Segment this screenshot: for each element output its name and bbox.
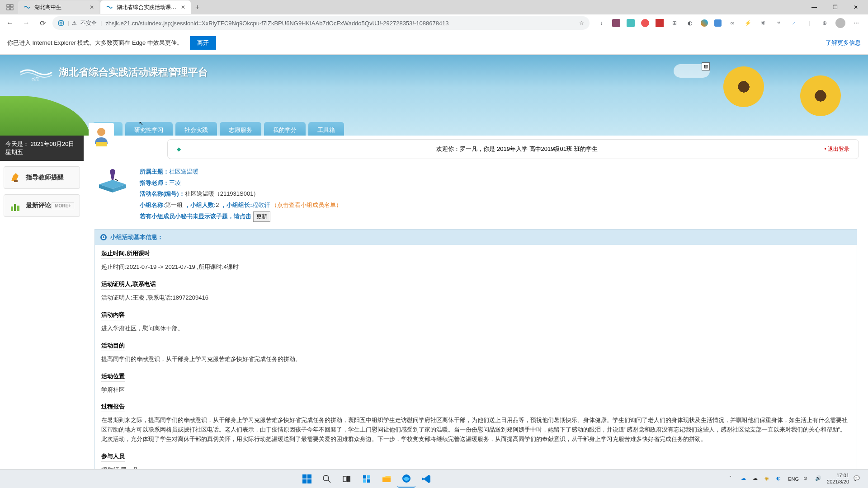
- svg-text:e21: e21: [32, 76, 39, 81]
- leader-name[interactable]: 程敬轩: [252, 202, 270, 208]
- purpose-value: 提高同学们的奉献意识，从干部身上学习克服苦难多快好省完成任务的拼劲。: [101, 353, 850, 366]
- ext-icon-1[interactable]: [612, 19, 620, 27]
- ext-icon-4[interactable]: [656, 19, 664, 27]
- sidebar-reminders: 指导教师提醒: [4, 166, 80, 189]
- ext-icon-11[interactable]: ❋: [759, 19, 768, 28]
- reminder-title: 指导教师提醒: [26, 174, 64, 182]
- teacher-value[interactable]: 王凌: [169, 179, 181, 186]
- widgets-icon[interactable]: [358, 470, 376, 488]
- tray-icon-a[interactable]: ◉: [764, 475, 772, 483]
- tab-inactive[interactable]: 湖北高中生 ✕: [18, 0, 99, 14]
- ime-indicator[interactable]: ENG: [788, 476, 799, 482]
- nav-credits[interactable]: 我的学分: [264, 122, 306, 136]
- ext-icon-9[interactable]: ∞: [728, 19, 737, 28]
- activity-info: 所属主题：社区送温暖 指导老师：王凌 活动名称(编号)：社区送温暖（211931…: [94, 166, 857, 222]
- note-text: 若有小组成员小秘书未显示该子题，请点击: [140, 213, 251, 220]
- leave-ie-button[interactable]: 离开: [190, 36, 216, 50]
- back-button[interactable]: ←: [4, 17, 16, 29]
- notifications-icon[interactable]: 💬: [854, 475, 861, 483]
- taskview-icon[interactable]: [338, 470, 356, 488]
- svg-rect-3: [10, 8, 13, 10]
- ie-notice-text: 你已进入 Internet Explorer 模式。大多数页面在 Edge 中效…: [7, 39, 183, 47]
- site-logo: e21: [18, 63, 54, 81]
- svg-point-7: [97, 128, 105, 136]
- nav-social[interactable]: 社会实践: [175, 122, 217, 136]
- view-members-link[interactable]: （点击查看小组成员名单）: [271, 202, 342, 208]
- ext-icon-12[interactable]: ༄: [774, 19, 783, 28]
- main-content: 所属主题：社区送温暖 指导老师：王凌 活动名称(编号)：社区送温暖（211931…: [84, 159, 868, 488]
- svg-rect-14: [302, 474, 307, 479]
- nav-research[interactable]: 研究性学习: [125, 122, 173, 136]
- collections-icon[interactable]: ⊕: [820, 19, 829, 28]
- reminder-header: 指导教师提醒: [4, 167, 80, 188]
- group-name: 第一组: [165, 202, 183, 208]
- more-link[interactable]: MORE+: [52, 202, 74, 209]
- svg-rect-21: [347, 476, 350, 482]
- svg-rect-11: [14, 204, 16, 211]
- ext-icon-7[interactable]: [701, 19, 708, 27]
- sidebar-comments: 最新评论 MORE+: [4, 194, 80, 217]
- time-text: 17:01: [827, 473, 849, 479]
- ie-mode-icon: [58, 20, 64, 26]
- svg-point-18: [323, 475, 329, 481]
- location-value: 学府社区: [101, 384, 850, 397]
- download-icon[interactable]: ↓: [597, 19, 606, 28]
- clock[interactable]: 17:01 2021/8/20: [827, 473, 849, 484]
- onedrive-icon[interactable]: ☁: [741, 475, 748, 483]
- svg-rect-1: [10, 5, 13, 7]
- tray-icon-b[interactable]: ◐: [776, 475, 783, 483]
- update-button[interactable]: 更新: [253, 211, 270, 222]
- maximize-button[interactable]: ❐: [825, 0, 845, 14]
- nav-tools[interactable]: 工具箱: [308, 122, 344, 136]
- wifi-icon[interactable]: ⊚: [803, 475, 811, 483]
- svg-point-13: [110, 169, 115, 174]
- search-icon[interactable]: [318, 470, 336, 488]
- topic-value[interactable]: 社区送温暖: [169, 168, 198, 175]
- close-banner-icon[interactable]: ⊠: [702, 62, 710, 70]
- explorer-icon[interactable]: [377, 470, 396, 488]
- learn-more-link[interactable]: 了解更多信息: [826, 39, 861, 47]
- ext-icon-2[interactable]: [627, 19, 635, 27]
- activity-details: 所属主题：社区送温暖 指导老师：王凌 活动名称(编号)：社区送温暖（211931…: [140, 166, 857, 222]
- ext-icon-8[interactable]: [714, 19, 722, 27]
- tab-actions-icon[interactable]: [2, 4, 18, 11]
- svg-rect-12: [17, 206, 19, 211]
- tab-active[interactable]: 湖北省综合实践活动课程管理平 ✕: [100, 0, 191, 14]
- favorite-icon[interactable]: ☆: [579, 20, 584, 26]
- basic-info-block: 小组活动基本信息： 起止时间,所用课时 起止时间:2021-07-19 -> 2…: [94, 229, 857, 488]
- comments-header: 最新评论 MORE+: [4, 195, 80, 216]
- new-tab-button[interactable]: +: [192, 1, 203, 13]
- vscode-icon[interactable]: [417, 470, 435, 488]
- leader-label: ，小组组长:: [221, 202, 252, 208]
- volume-icon[interactable]: 🔊: [815, 475, 822, 483]
- report-value: 在暑期到来之际，提高同学们的奉献意识，从干部身上学习克服苦难多快好省完成任务的拼…: [101, 414, 850, 446]
- system-tray: ˄ ☁ ☁ ◉ ◐ ENG ⊚ 🔊 17:01 2021/8/20 💬: [729, 473, 864, 484]
- tray-chevron-icon[interactable]: ˄: [729, 475, 736, 483]
- svg-line-19: [328, 480, 330, 483]
- bars-icon: [9, 199, 22, 212]
- ext-icon-5[interactable]: ⊞: [670, 19, 679, 28]
- logout-link[interactable]: 退出登录: [824, 145, 849, 153]
- profile-icon[interactable]: [835, 18, 845, 28]
- ext-icon-6[interactable]: ◐: [685, 19, 694, 28]
- ext-icon-13[interactable]: ⟋: [789, 19, 798, 28]
- pencil-icon: [9, 171, 22, 184]
- refresh-button[interactable]: ⟳: [36, 17, 49, 29]
- tab-favicon-icon: [106, 4, 113, 11]
- ext-icon-10[interactable]: ⚡: [743, 19, 752, 28]
- ext-icon-3[interactable]: [641, 19, 649, 27]
- tab-close-icon[interactable]: ✕: [90, 4, 94, 10]
- menu-icon[interactable]: ⋯: [852, 19, 861, 28]
- close-button[interactable]: ✕: [845, 0, 866, 14]
- url-field[interactable]: | ⚠ 不安全 | zhsjk.e21.cn/stuindex.jsp;jses…: [52, 16, 590, 30]
- tab-close-icon[interactable]: ✕: [181, 4, 185, 10]
- weather-icon[interactable]: ☁: [753, 475, 760, 483]
- nav-volunteer[interactable]: 志愿服务: [220, 122, 261, 136]
- cursor-icon: ↖: [139, 120, 143, 127]
- edge-icon[interactable]: [397, 470, 415, 488]
- tab-title: 湖北高中生: [34, 4, 86, 11]
- svg-rect-26: [382, 478, 391, 482]
- start-button[interactable]: [298, 470, 316, 488]
- minimize-button[interactable]: —: [804, 0, 825, 14]
- content-value: 进入学府社区，慰问离休干部。: [101, 322, 850, 335]
